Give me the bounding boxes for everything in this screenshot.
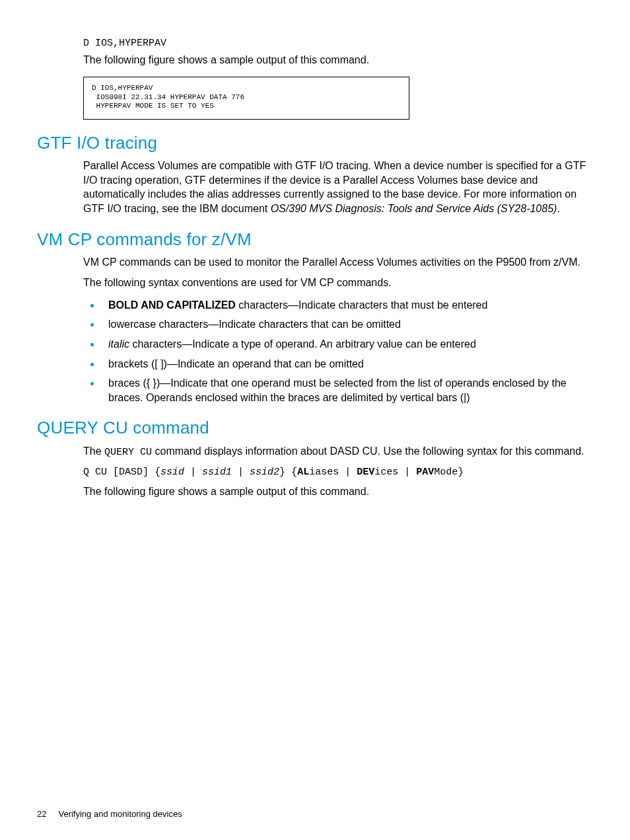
gtf-text-b: .	[557, 203, 559, 214]
intro-command: D IOS,HYPERPAV	[83, 37, 588, 50]
query-code-inline: QUERY CU	[104, 447, 152, 458]
syntax-seg: } {	[279, 467, 297, 478]
intro-figure: D IOS,HYPERPAV IOS098I 22.31.34 HYPERPAV…	[83, 77, 409, 120]
syntax-seg: Q CU [DASD] {	[83, 467, 160, 478]
gtf-body: Parallel Access Volumes are compatible w…	[83, 159, 588, 215]
footer-section: Verifying and monitoring devices	[58, 809, 182, 819]
list-item: braces ({ })—Indicate that one operand m…	[102, 375, 588, 404]
list-item: brackets ([ ])—Indicate an operand that …	[102, 356, 588, 371]
gtf-heading: GTF I/O tracing	[37, 132, 593, 155]
intro-caption: The following figure shows a sample outp…	[83, 53, 588, 67]
list-item: BOLD AND CAPITALIZED characters—Indicate…	[102, 297, 588, 313]
syntax-seg: |	[184, 467, 202, 478]
page-number: 22	[37, 808, 46, 820]
syntax-seg: |	[232, 467, 250, 478]
vmcp-p2: The following syntax conventions are use…	[83, 276, 588, 290]
intro-block: D IOS,HYPERPAV The following figure show…	[83, 37, 588, 120]
syntax-seg: iases |	[309, 467, 357, 478]
syntax-bold: DEV	[357, 467, 374, 478]
syntax-bold: PAV	[416, 467, 434, 478]
page: D IOS,HYPERPAV The following figure show…	[0, 0, 630, 499]
query-body: The QUERY CU command displays informatio…	[83, 444, 588, 499]
syntax-operand: ssid1	[202, 467, 232, 478]
syntax-bold: AL	[297, 467, 309, 478]
query-p2: The following figure shows a sample outp…	[83, 484, 588, 499]
vmcp-list: BOLD AND CAPITALIZED characters—Indicate…	[83, 297, 588, 405]
gtf-paragraph: Parallel Access Volumes are compatible w…	[83, 159, 588, 215]
query-syntax: Q CU [DASD] {ssid | ssid1 | ssid2} {ALia…	[83, 466, 588, 479]
query-p1: The QUERY CU command displays informatio…	[83, 444, 588, 459]
query-p1a: The	[83, 445, 104, 457]
vmcp-heading: VM CP commands for z/VM	[37, 228, 593, 251]
vmcp-body: VM CP commands can be used to monitor th…	[83, 255, 588, 405]
query-heading: QUERY CU command	[37, 416, 593, 439]
syntax-operand: ssid2	[250, 467, 279, 478]
syntax-seg: ices |	[374, 467, 416, 478]
vmcp-p1: VM CP commands can be used to monitor th…	[83, 255, 588, 270]
bold-text: BOLD AND CAPITALIZED	[108, 299, 236, 311]
list-item: lowercase characters—Indicate characters…	[102, 316, 588, 332]
gtf-reference-title: OS/390 MVS Diagnosis: Tools and Service …	[271, 203, 557, 214]
query-p1b: command displays information about DASD …	[152, 445, 584, 457]
italic-text: italic	[108, 338, 129, 350]
list-item: italic characters—Indicate a type of ope…	[102, 336, 588, 352]
syntax-seg: Mode}	[434, 467, 464, 478]
syntax-operand: ssid	[160, 467, 184, 478]
item-text: characters—Indicate characters that must…	[236, 299, 488, 311]
page-footer: 22Verifying and monitoring devices	[37, 808, 182, 820]
item-text: characters—Indicate a type of operand. A…	[129, 338, 476, 350]
